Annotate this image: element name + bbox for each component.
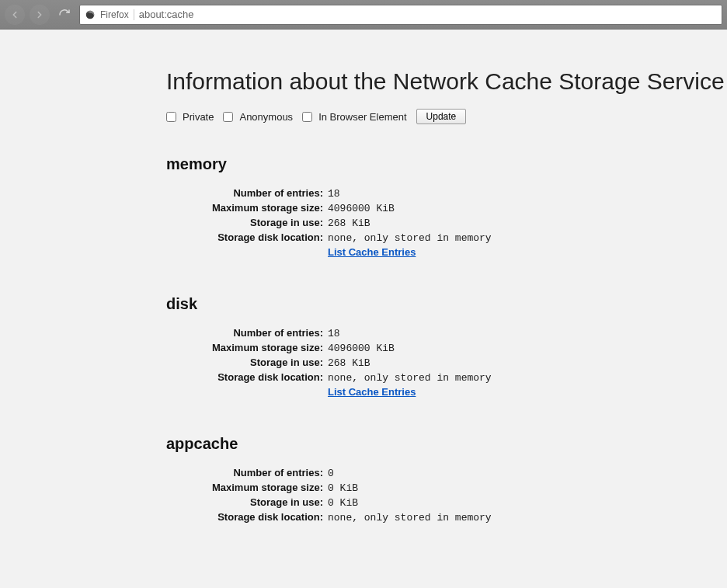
private-checkbox[interactable]: [166, 112, 176, 122]
label-max-storage: Maximum storage size:: [166, 202, 328, 214]
table-row: Storage in use: 268 KiB: [166, 357, 727, 369]
value-storage-in-use: 0 KiB: [328, 497, 358, 509]
table-row: Storage disk location: none, only stored…: [166, 231, 727, 244]
table-row: Storage in use: 0 KiB: [166, 496, 727, 509]
label-storage-loc: Storage disk location:: [166, 511, 328, 523]
anonymous-label: Anonymous: [239, 111, 293, 123]
table-row: Storage disk location: none, only stored…: [166, 371, 727, 384]
page-content: Information about the Network Cache Stor…: [0, 30, 727, 588]
label-num-entries: Number of entries:: [166, 467, 328, 478]
value-num-entries: 0: [328, 468, 334, 479]
reload-button[interactable]: [54, 5, 75, 25]
label-storage-in-use: Storage in use:: [166, 496, 328, 508]
url-text: about:cache: [139, 9, 194, 20]
section-disk-title: disk: [166, 295, 727, 313]
list-cache-entries-link[interactable]: List Cache Entries: [328, 386, 416, 398]
browser-toolbar: Firefox about:cache: [0, 0, 727, 30]
identity-label: Firefox: [100, 9, 134, 20]
value-storage-loc: none, only stored in memory: [328, 372, 492, 384]
table-row: Number of entries: 0: [166, 467, 727, 479]
label-max-storage: Maximum storage size:: [166, 482, 328, 493]
table-row: Maximum storage size: 4096000 KiB: [166, 342, 727, 354]
value-storage-loc: none, only stored in memory: [328, 512, 492, 524]
value-storage-in-use: 268 KiB: [328, 357, 370, 369]
inbrowser-label: In Browser Element: [318, 111, 406, 123]
label-num-entries: Number of entries:: [166, 327, 328, 339]
table-row: Maximum storage size: 4096000 KiB: [166, 202, 727, 214]
value-max-storage: 4096000 KiB: [328, 343, 395, 354]
reload-icon: [58, 9, 71, 21]
private-label: Private: [183, 111, 214, 123]
label-storage-in-use: Storage in use:: [166, 217, 328, 228]
table-row: Storage in use: 268 KiB: [166, 217, 727, 229]
anonymous-checkbox[interactable]: [223, 112, 233, 122]
label-storage-loc: Storage disk location:: [166, 231, 328, 243]
url-bar[interactable]: Firefox about:cache: [79, 5, 722, 25]
table-row: Maximum storage size: 0 KiB: [166, 482, 727, 494]
back-button[interactable]: [5, 5, 25, 25]
section-appcache-title: appcache: [166, 435, 727, 453]
arrow-right-icon: [34, 9, 45, 20]
table-row: Number of entries: 18: [166, 187, 727, 200]
table-row: Storage disk location: none, only stored…: [166, 511, 727, 524]
arrow-left-icon: [9, 9, 20, 20]
value-storage-loc: none, only stored in memory: [328, 232, 492, 244]
value-storage-in-use: 268 KiB: [328, 217, 370, 229]
filter-controls: Private Anonymous In Browser Element Upd…: [166, 109, 727, 124]
value-num-entries: 18: [328, 328, 340, 339]
value-num-entries: 18: [328, 188, 340, 200]
update-button[interactable]: Update: [416, 109, 467, 124]
label-max-storage: Maximum storage size:: [166, 342, 328, 353]
section-disk: disk Number of entries: 18 Maximum stora…: [166, 295, 727, 398]
section-memory: memory Number of entries: 18 Maximum sto…: [166, 155, 727, 258]
value-max-storage: 0 KiB: [328, 482, 358, 494]
label-storage-loc: Storage disk location:: [166, 371, 328, 383]
table-row: Number of entries: 18: [166, 327, 727, 339]
label-num-entries: Number of entries:: [166, 187, 328, 199]
page-title: Information about the Network Cache Stor…: [166, 68, 727, 95]
section-appcache: appcache Number of entries: 0 Maximum st…: [166, 435, 727, 524]
table-row: List Cache Entries: [166, 386, 727, 398]
label-storage-in-use: Storage in use:: [166, 357, 328, 368]
section-memory-title: memory: [166, 155, 727, 173]
list-cache-entries-link[interactable]: List Cache Entries: [328, 246, 416, 258]
value-max-storage: 4096000 KiB: [328, 203, 395, 214]
inbrowser-checkbox[interactable]: [302, 112, 312, 122]
table-row: List Cache Entries: [166, 246, 727, 258]
firefox-icon: [85, 9, 96, 20]
forward-button[interactable]: [30, 5, 50, 25]
